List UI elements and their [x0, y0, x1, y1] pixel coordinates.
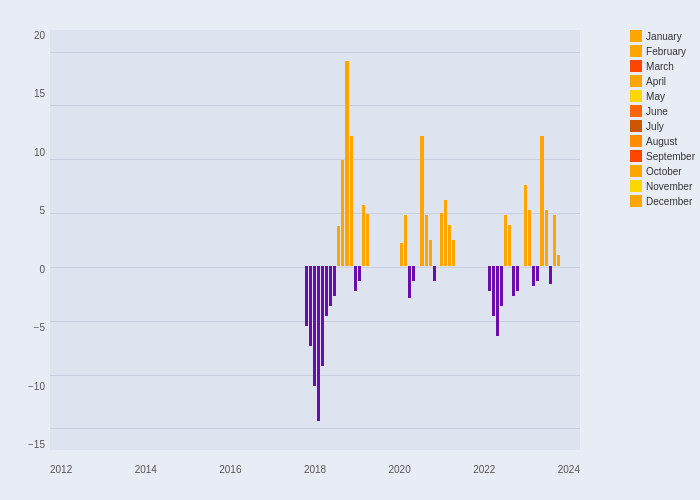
legend-color-february	[630, 45, 642, 57]
bars-svg	[50, 30, 580, 450]
bar	[408, 266, 411, 298]
legend-label-january: January	[646, 31, 682, 42]
y-label-15: 15	[34, 88, 45, 99]
bar	[440, 213, 443, 266]
legend-color-november	[630, 180, 642, 192]
bar	[337, 226, 340, 266]
legend-color-september	[630, 150, 642, 162]
y-label-neg10: −10	[28, 381, 45, 392]
bar	[358, 266, 361, 281]
bar	[309, 266, 312, 346]
bar	[362, 205, 365, 266]
bar	[488, 266, 491, 291]
y-label-5: 5	[39, 205, 45, 216]
bar	[524, 185, 527, 266]
chart-legend: January February March April May June Ju…	[630, 30, 695, 207]
bar	[425, 215, 428, 266]
legend-item-february: February	[630, 45, 695, 57]
bar	[366, 214, 369, 266]
legend-color-august	[630, 135, 642, 147]
chart-plot-area	[50, 30, 580, 450]
bar	[492, 266, 495, 316]
bar	[325, 266, 328, 316]
legend-color-june	[630, 105, 642, 117]
bar	[516, 266, 519, 291]
legend-label-february: February	[646, 46, 686, 57]
bar	[412, 266, 415, 281]
bar	[536, 266, 539, 281]
bar	[504, 215, 507, 266]
legend-item-december: December	[630, 195, 695, 207]
bar	[317, 266, 320, 421]
bar	[404, 215, 407, 266]
bar	[341, 160, 344, 266]
y-label-neg5: −5	[34, 322, 45, 333]
bar	[420, 136, 424, 266]
legend-item-november: November	[630, 180, 695, 192]
y-label-20: 20	[34, 30, 45, 41]
bar	[528, 210, 531, 266]
x-label-2012: 2012	[50, 464, 72, 475]
x-label-2022: 2022	[473, 464, 495, 475]
bar	[508, 225, 511, 266]
x-label-2024: 2024	[558, 464, 580, 475]
bar	[500, 266, 503, 306]
y-label-10: 10	[34, 147, 45, 158]
legend-item-august: August	[630, 135, 695, 147]
bar	[496, 266, 499, 336]
bar	[429, 240, 432, 266]
bar	[448, 225, 451, 266]
bar	[549, 266, 552, 284]
legend-label-may: May	[646, 91, 665, 102]
x-label-2014: 2014	[135, 464, 157, 475]
bar	[333, 266, 336, 296]
legend-color-march	[630, 60, 642, 72]
legend-item-january: January	[630, 30, 695, 42]
bar	[557, 255, 560, 266]
legend-item-july: July	[630, 120, 695, 132]
y-label-0: 0	[39, 264, 45, 275]
legend-color-july	[630, 120, 642, 132]
legend-color-january	[630, 30, 642, 42]
bar	[305, 266, 308, 326]
bar	[512, 266, 515, 296]
bar	[444, 200, 447, 266]
legend-item-june: June	[630, 105, 695, 117]
x-label-2020: 2020	[389, 464, 411, 475]
bar	[452, 240, 455, 266]
chart-container: 20 15 10 5 0 −5 −10 −15	[0, 0, 700, 500]
y-label-neg15: −15	[28, 439, 45, 450]
legend-label-september: September	[646, 151, 695, 162]
bar	[545, 210, 548, 266]
legend-item-may: May	[630, 90, 695, 102]
legend-item-september: September	[630, 150, 695, 162]
legend-label-july: July	[646, 121, 664, 132]
bar	[313, 266, 316, 386]
legend-item-march: March	[630, 60, 695, 72]
x-label-2018: 2018	[304, 464, 326, 475]
legend-label-december: December	[646, 196, 692, 207]
legend-label-april: April	[646, 76, 666, 87]
x-label-2016: 2016	[219, 464, 241, 475]
bar	[329, 266, 332, 306]
legend-color-april	[630, 75, 642, 87]
bar	[400, 243, 403, 266]
bar	[354, 266, 357, 291]
legend-item-october: October	[630, 165, 695, 177]
bar	[321, 266, 324, 366]
bar	[345, 61, 349, 266]
bar	[553, 215, 556, 266]
legend-label-march: March	[646, 61, 674, 72]
y-axis: 20 15 10 5 0 −5 −10 −15	[0, 30, 50, 450]
bar	[532, 266, 535, 286]
legend-color-december	[630, 195, 642, 207]
bar	[433, 266, 436, 281]
legend-color-october	[630, 165, 642, 177]
bar	[350, 136, 353, 266]
legend-label-october: October	[646, 166, 682, 177]
legend-label-august: August	[646, 136, 677, 147]
x-axis: 2012 2014 2016 2018 2020 2022 2024	[50, 464, 580, 475]
bar	[540, 136, 544, 266]
legend-item-april: April	[630, 75, 695, 87]
legend-label-november: November	[646, 181, 692, 192]
